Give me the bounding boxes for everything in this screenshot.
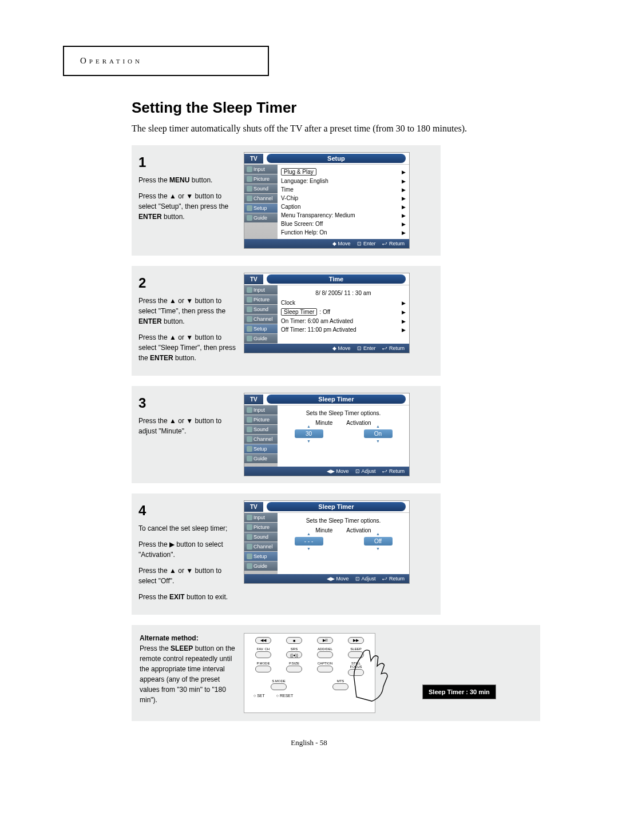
step-block: 1Press the MENU button.Press the ▲ or ▼ …	[132, 145, 441, 256]
hand-icon	[346, 645, 398, 708]
remote-button: ◀◀	[255, 637, 271, 644]
osd-side-item: Guide	[244, 562, 278, 571]
osd-footer-mid: ⊡ Adjust	[355, 576, 375, 582]
osd-value-pill: Off	[364, 537, 393, 546]
osd-side-item: Setup	[244, 204, 278, 213]
step-number: 3	[138, 393, 236, 413]
osd-side-item: Sound	[244, 532, 278, 542]
osd-screen: TVTime InputPictureSoundChannelSetupGuid…	[244, 273, 410, 353]
osd-datetime: 8/ 8/ 2005/ 11 : 30 am	[281, 288, 406, 298]
page-footer: English - 58	[57, 738, 561, 747]
remote-label: S.MODE	[270, 679, 287, 683]
section-tab: Operation	[63, 46, 269, 76]
osd-title: Sleep Timer	[267, 502, 406, 511]
osd-title: Time	[267, 274, 406, 284]
step-number: 4	[138, 500, 236, 521]
osd-sidebar: InputPictureSoundChannelSetupGuide	[244, 285, 278, 344]
step-instruction: Press the EXIT button to exit.	[138, 592, 236, 602]
remote-button	[271, 683, 287, 690]
step-number: 2	[138, 273, 236, 293]
osd-footer-move: ◆ Move	[332, 345, 351, 351]
osd-desc: Sets the Sleep Timer options.	[281, 515, 406, 527]
remote-button	[255, 651, 271, 658]
remote-label: ○ SET	[253, 694, 265, 698]
remote-button: ((●))	[286, 651, 302, 658]
osd-col-head: Minute	[315, 527, 332, 534]
remote-diagram: ◀◀■▶II▶▶FAV. CHSRS((●))ADD/DELSLEEPP.MOD…	[244, 633, 375, 713]
step-block: 4To cancel the set sleep timer;Press the…	[132, 493, 441, 615]
osd-side-item: Picture	[244, 295, 278, 304]
alt-body: Press the SLEEP button on the remote con…	[140, 643, 237, 705]
osd-side-item: Input	[244, 165, 278, 174]
step-block: 3Press the ▲ or ▼ button to adjust "Minu…	[132, 386, 441, 483]
osd-menu-row: Sleep Timer: Off▶	[281, 307, 406, 317]
remote-label: ○ RESET	[276, 694, 294, 698]
alt-heading: Alternate method:	[140, 634, 199, 642]
alternate-method-block: Alternate method: Press the SLEEP button…	[132, 625, 544, 721]
osd-footer-return: ⮐ Return	[382, 468, 405, 474]
osd-side-item: Input	[244, 285, 278, 294]
osd-screen: TVSleep Timer InputPictureSoundChannelSe…	[244, 500, 410, 584]
osd-side-item: Channel	[244, 314, 278, 324]
remote-label: P.SIZE	[286, 662, 303, 665]
osd-side-item: Guide	[244, 334, 278, 343]
osd-side-item: Sound	[244, 305, 278, 314]
step-instruction: Press the ▲ or ▼ button to select "Off".	[138, 566, 236, 586]
osd-menu-row: Off Timer: 11:00 pm Activated▶	[281, 325, 406, 334]
remote-label: SRS	[286, 647, 303, 651]
osd-tv-label: TV	[244, 154, 263, 164]
osd-menu-row: Caption▶	[281, 202, 406, 211]
step-instruction: Press the ▲ or ▼ button to select "Sleep…	[138, 332, 236, 363]
osd-title: Setup	[267, 154, 406, 163]
step-instruction: Press the MENU button.	[138, 175, 236, 185]
remote-button: ▶II	[317, 637, 333, 644]
osd-value-pill: On	[364, 429, 393, 438]
osd-menu-row: Function Help: On▶	[281, 228, 406, 237]
osd-col-head: Activation	[346, 420, 371, 426]
osd-title: Sleep Timer	[267, 395, 406, 404]
step-instruction: Press the ▲ or ▼ button to adjust "Minut…	[138, 416, 236, 436]
page-title: Setting the Sleep Timer	[132, 99, 561, 117]
remote-button	[317, 651, 333, 658]
osd-sidebar: InputPictureSoundChannelSetupGuide	[244, 165, 278, 239]
osd-side-item: Guide	[244, 213, 278, 222]
osd-menu-row: Clock▶	[281, 298, 406, 307]
osd-menu-row: Menu Transparency: Medium▶	[281, 211, 406, 220]
osd-side-item: Setup	[244, 444, 278, 453]
osd-side-item: Guide	[244, 454, 278, 463]
remote-button	[255, 666, 271, 672]
osd-side-item: Channel	[244, 542, 278, 551]
step-number: 1	[138, 152, 236, 173]
osd-side-item: Sound	[244, 425, 278, 434]
step-instruction: To cancel the set sleep timer;	[138, 523, 236, 534]
osd-footer-return: ⮐ Return	[382, 241, 405, 246]
osd-menu-row: V-Chip▶	[281, 194, 406, 202]
remote-label: CAPTION	[316, 662, 334, 665]
osd-side-item: Setup	[244, 552, 278, 561]
remote-button	[286, 666, 302, 672]
osd-side-item: Picture	[244, 174, 278, 184]
osd-col-head: Minute	[315, 420, 332, 426]
step-instruction: Press the ▶ button to select "Activation…	[138, 539, 236, 560]
osd-sidebar: InputPictureSoundChannelSetupGuide	[244, 513, 278, 574]
osd-menu-row: On Timer: 6:00 am Activated▶	[281, 317, 406, 325]
osd-sidebar: InputPictureSoundChannelSetupGuide	[244, 405, 278, 467]
osd-footer-mid: ⊡ Enter	[357, 241, 375, 246]
osd-footer-move: ◀▶ Move	[327, 576, 349, 582]
osd-footer-return: ⮐ Return	[382, 345, 405, 351]
osd-screen: TVSleep Timer InputPictureSoundChannelSe…	[244, 393, 410, 476]
osd-screen: TVSetup InputPictureSoundChannelSetupGui…	[244, 152, 410, 249]
osd-tv-label: TV	[244, 274, 263, 284]
osd-side-item: Channel	[244, 194, 278, 203]
osd-tv-label: TV	[244, 395, 263, 404]
osd-side-item: Picture	[244, 415, 278, 424]
step-instruction: Press the ▲ or ▼ button to select "Setup…	[138, 191, 236, 222]
osd-menu-row: Time▶	[281, 185, 406, 194]
step-block: 2Press the ▲ or ▼ button to select "Time…	[132, 266, 441, 376]
osd-side-item: Sound	[244, 184, 278, 193]
osd-desc: Sets the Sleep Timer options.	[281, 408, 406, 420]
osd-footer-mid: ⊡ Adjust	[355, 468, 375, 474]
osd-side-item: Input	[244, 405, 278, 415]
osd-tv-label: TV	[244, 502, 263, 512]
osd-footer-return: ⮐ Return	[382, 576, 405, 582]
